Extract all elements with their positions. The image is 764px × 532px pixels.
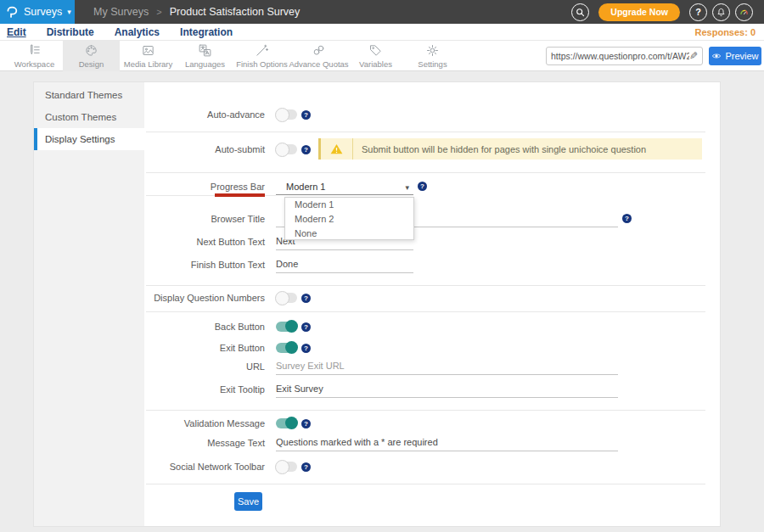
header-actions: Upgrade Now ? [571,3,764,21]
progress-bar-select[interactable]: Modern 1 ▾ [276,177,413,195]
sidebar-item-standard-themes[interactable]: Standard Themes [34,84,144,106]
back-button-row: Back Button [144,319,311,334]
finish-button-text-input[interactable]: Done [276,255,413,273]
finish-wand-icon [255,43,269,58]
section-divider [146,410,705,411]
exit-tooltip-row: Exit Tooltip Exit Survey [144,380,618,398]
exit-button-help-icon[interactable] [301,344,311,353]
sidebar-item-display-settings[interactable]: Display Settings [34,128,144,150]
survey-url-box: ✎ [546,47,703,65]
responses-label: Responses: [695,27,748,37]
survey-nav: Edit Distribute Analytics Integration Re… [0,24,764,41]
progress-bar-label: Progress Bar [144,182,265,192]
edit-url-pencil-icon[interactable]: ✎ [689,50,698,62]
exit-tooltip-label: Exit Tooltip [144,384,265,395]
social-network-toolbar-toggle[interactable] [276,462,297,472]
social-network-toolbar-help-icon[interactable] [301,462,311,472]
back-button-toggle[interactable] [276,322,297,332]
display-settings-panel: Standard Themes Custom Themes Display Se… [34,82,720,526]
display-question-numbers-label: Display Question Numbers [144,293,265,303]
validation-message-row: Validation Message [144,416,311,431]
back-button-help-icon[interactable] [301,322,311,332]
toolbar-item-settings[interactable]: Settings [404,41,461,71]
red-annotation-underline [215,193,265,197]
auto-submit-label: Auto-submit [144,144,265,154]
survey-url-input[interactable] [551,51,689,61]
languages-translate-icon [198,43,212,58]
display-question-numbers-help-icon[interactable] [301,294,311,303]
warning-triangle-icon [330,143,343,155]
auto-submit-help-icon[interactable] [301,145,311,154]
top-header: Surveys ▾ My Surveys > Product Satisfact… [0,0,764,24]
display-question-numbers-toggle[interactable] [276,293,297,303]
toolbar-item-media-library[interactable]: Media Library [120,41,177,71]
warning-separator [352,138,353,160]
validation-message-toggle[interactable] [276,418,297,428]
warning-text: Submit button will be hidden for pages w… [362,144,646,154]
validation-message-label: Validation Message [144,418,265,428]
section-divider [146,285,705,286]
section-divider [146,132,705,132]
dropdown-option-modern-2[interactable]: Modern 2 [285,212,413,227]
nav-tab-integration[interactable]: Integration [180,26,233,38]
responses-count: 0 [750,27,756,37]
progress-bar-help-icon[interactable] [418,182,427,191]
questionpro-logo-icon [6,5,20,19]
nav-tab-analytics[interactable]: Analytics [115,26,160,38]
exit-tooltip-input[interactable]: Exit Survey [276,380,618,398]
toolbar-item-workspace[interactable]: Workspace [6,41,63,71]
breadcrumb-parent[interactable]: My Surveys [93,6,149,18]
toolbar-right: ✎ Preview [546,47,761,65]
workspace-list-icon [27,43,42,58]
section-divider [146,172,705,173]
exit-url-input[interactable]: Survey Exit URL [276,357,618,375]
display-question-numbers-row: Display Question Numbers [144,290,311,305]
dropdown-option-modern-1[interactable]: Modern 1 [285,198,413,212]
progress-bar-row: Progress Bar Modern 1 ▾ [144,177,427,195]
save-button[interactable]: Save [234,492,262,511]
exit-button-row: Exit Button [144,340,311,356]
toolbar-item-label: Media Library [124,59,173,69]
auto-advance-help-icon[interactable] [301,110,311,120]
app-logo-menu[interactable]: Surveys ▾ [0,0,75,24]
nav-tab-distribute[interactable]: Distribute [47,26,94,38]
validation-message-help-icon[interactable] [301,419,311,428]
usage-meter-icon[interactable] [735,3,753,21]
toolbar-item-label: Workspace [14,59,54,69]
auto-submit-toggle[interactable] [276,144,297,154]
browser-title-help-icon[interactable] [622,214,632,223]
content-area: Standard Themes Custom Themes Display Se… [0,71,764,532]
section-divider [146,484,705,484]
display-settings-form: Auto-advance Auto-submit Submit button w… [144,82,720,526]
back-button-label: Back Button [144,322,265,332]
toolbar-item-design[interactable]: Design [63,41,120,71]
exit-button-label: Exit Button [144,343,265,353]
responses-counter[interactable]: Responses: 0 [695,27,764,37]
exit-button-toggle[interactable] [276,343,297,353]
eye-icon [711,51,722,61]
message-text-label: Message Text [144,438,265,448]
notifications-bell-icon[interactable] [712,3,730,21]
toolbar-item-finish-options[interactable]: Finish Options [233,41,290,71]
preview-button[interactable]: Preview [709,47,761,65]
help-icon[interactable]: ? [689,3,707,21]
toolbar-item-languages[interactable]: Languages [177,41,233,71]
sidebar-item-custom-themes[interactable]: Custom Themes [34,106,144,128]
search-icon[interactable] [571,3,589,21]
toolbar-item-variables[interactable]: Variables [347,41,404,71]
auto-advance-row: Auto-advance [144,107,311,122]
message-text-row: Message Text Questions marked with a * a… [144,434,618,451]
toolbar-item-advance-quotas[interactable]: Advance Quotas [290,41,347,71]
breadcrumb-separator: > [156,7,161,17]
finish-button-text-label: Finish Button Text [144,260,265,270]
nav-tab-edit[interactable]: Edit [7,26,26,38]
exit-url-row: URL Survey Exit URL [144,357,618,375]
exit-url-label: URL [144,361,265,372]
dropdown-option-none[interactable]: None [285,227,413,241]
social-network-toolbar-row: Social Network Toolbar [144,459,311,474]
upgrade-button[interactable]: Upgrade Now [598,3,680,21]
toolbar-item-label: Settings [418,59,447,69]
auto-advance-toggle[interactable] [276,109,297,120]
message-text-input[interactable]: Questions marked with a * are required [276,434,618,451]
section-divider [146,311,705,312]
